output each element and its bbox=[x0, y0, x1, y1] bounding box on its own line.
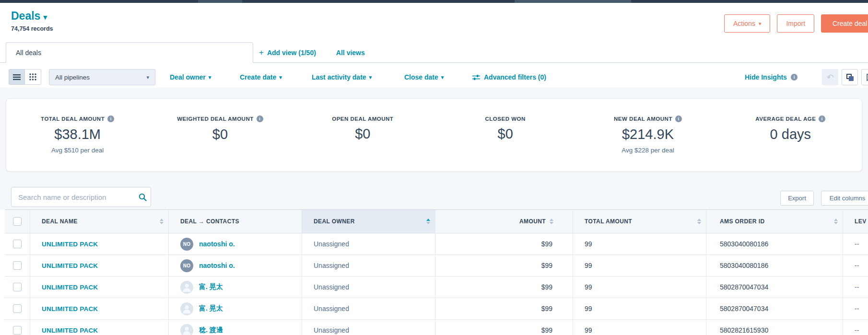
row-checkbox[interactable] bbox=[13, 326, 22, 335]
stat-label: AVERAGE DEAL AGE bbox=[755, 116, 816, 122]
deal-name-link[interactable]: UNLIMITED PACK bbox=[42, 327, 98, 334]
grid-icon bbox=[29, 73, 36, 81]
hide-insights-link[interactable]: Hide Insights i bbox=[745, 69, 798, 85]
info-icon[interactable]: i bbox=[819, 116, 825, 122]
list-view-button[interactable] bbox=[9, 69, 25, 85]
stat-total-deal-amount: TOTAL DEAL AMOUNTi $38.1M Avg $510 per d… bbox=[6, 116, 149, 154]
filter-close-date[interactable]: Close date▾ bbox=[404, 69, 444, 85]
board-view-button[interactable] bbox=[25, 69, 41, 85]
top-chrome-bar bbox=[0, 0, 868, 3]
ams-order-id-cell: 5802870047034 bbox=[720, 283, 768, 291]
stat-value: $214.9K bbox=[576, 127, 719, 142]
undo-button[interactable]: ↶ bbox=[822, 69, 838, 85]
filter-create-date-label: Create date bbox=[240, 73, 276, 81]
table-row: UNLIMITED PACK 稔. 渡邊 Unassigned $99 99 5… bbox=[5, 320, 868, 335]
insights-section: TOTAL DEAL AMOUNTi $38.1M Avg $510 per d… bbox=[0, 88, 868, 209]
advanced-filters-button[interactable]: Advanced filters (0) bbox=[472, 69, 546, 85]
deal-name-link[interactable]: UNLIMITED PACK bbox=[42, 305, 98, 312]
actions-button[interactable]: Actions ▾ bbox=[724, 14, 770, 33]
clone-view-button[interactable] bbox=[842, 69, 858, 85]
total-amount-cell: 99 bbox=[585, 305, 592, 312]
lev-cell: -- bbox=[855, 305, 859, 312]
info-icon[interactable]: i bbox=[257, 116, 263, 122]
contact-link[interactable]: 稔. 渡邊 bbox=[199, 326, 223, 335]
lev-cell: -- bbox=[855, 240, 859, 248]
add-view-label: Add view (1/50) bbox=[267, 49, 316, 57]
stat-label: CLOSED WON bbox=[485, 116, 526, 122]
lev-cell: -- bbox=[855, 283, 859, 291]
filter-last-activity-date[interactable]: Last activity date▾ bbox=[312, 69, 372, 85]
column-header-amount[interactable]: AMOUNT bbox=[435, 210, 573, 233]
export-button[interactable]: Export bbox=[780, 191, 814, 206]
row-checkbox[interactable] bbox=[13, 283, 22, 291]
stat-value: $0 bbox=[434, 126, 576, 142]
column-header-total-amount[interactable]: TOTAL AMOUNT bbox=[573, 210, 706, 233]
all-views-link[interactable]: All views bbox=[336, 49, 365, 57]
contact-link[interactable]: naotoshi o. bbox=[199, 262, 235, 269]
avatar-placeholder bbox=[180, 324, 193, 335]
advanced-filters-label: Advanced filters (0) bbox=[484, 73, 546, 81]
deal-owner-cell: Unassigned bbox=[314, 283, 349, 291]
lev-cell: -- bbox=[855, 262, 859, 269]
column-header-lev[interactable]: LEV bbox=[843, 210, 868, 233]
column-header-deal-owner[interactable]: DEAL OWNER bbox=[302, 210, 435, 233]
stat-subtext bbox=[292, 146, 434, 154]
hide-insights-label: Hide Insights bbox=[745, 73, 787, 81]
info-icon[interactable]: i bbox=[675, 116, 682, 122]
contact-link[interactable]: 富. 晃太 bbox=[199, 283, 223, 291]
page-title[interactable]: Deals▾ bbox=[11, 10, 47, 23]
column-header-deal-contacts[interactable]: DEAL → CONTACTS bbox=[169, 210, 302, 233]
stat-label: TOTAL DEAL AMOUNT bbox=[41, 116, 105, 122]
contact-link[interactable]: naotoshi o. bbox=[199, 240, 235, 248]
chevron-down-icon: ▾ bbox=[279, 74, 282, 81]
total-amount-cell: 99 bbox=[585, 283, 592, 291]
sort-arrows-icon bbox=[697, 219, 701, 224]
row-checkbox[interactable] bbox=[13, 240, 22, 248]
view-tab-strip: All deals + Add view (1/50) All views bbox=[0, 42, 868, 63]
import-button[interactable]: Import bbox=[777, 14, 814, 33]
filter-last-activity-date-label: Last activity date bbox=[312, 73, 366, 81]
list-icon bbox=[13, 74, 21, 81]
column-header-ams-order-id[interactable]: AMS ORDER ID bbox=[706, 210, 843, 233]
filter-deal-owner[interactable]: Deal owner▾ bbox=[170, 69, 211, 85]
stat-new-deal-amount: NEW DEAL AMOUNTi $214.9K Avg $228 per de… bbox=[576, 116, 719, 154]
import-button-label: Import bbox=[786, 20, 805, 27]
bookmark-icon bbox=[867, 74, 868, 81]
search-icon[interactable] bbox=[134, 193, 151, 201]
amount-cell: $99 bbox=[541, 283, 552, 291]
info-icon[interactable]: i bbox=[791, 74, 798, 81]
row-checkbox[interactable] bbox=[13, 261, 22, 270]
create-deal-button[interactable]: Create deal bbox=[821, 14, 868, 33]
deal-owner-cell: Unassigned bbox=[314, 305, 349, 312]
save-view-button[interactable] bbox=[861, 69, 868, 85]
chevron-down-icon: ▾ bbox=[759, 21, 762, 27]
info-icon[interactable]: i bbox=[107, 116, 114, 122]
tab-all-deals[interactable]: All deals bbox=[6, 42, 253, 63]
column-label: DEAL → CONTACTS bbox=[180, 218, 239, 225]
stat-value: $0 bbox=[292, 126, 434, 142]
deal-name-link[interactable]: UNLIMITED PACK bbox=[42, 241, 98, 248]
edit-columns-button-label: Edit columns bbox=[830, 195, 865, 202]
search-input[interactable] bbox=[12, 193, 134, 201]
stat-value: $38.1M bbox=[6, 127, 149, 142]
contact-link[interactable]: 富. 晃太 bbox=[199, 304, 223, 313]
stat-label: OPEN DEAL AMOUNT bbox=[332, 116, 393, 122]
avatar-placeholder bbox=[180, 302, 193, 315]
edit-columns-button[interactable]: Edit columns bbox=[821, 191, 868, 206]
row-checkbox[interactable] bbox=[13, 304, 22, 313]
pipeline-select[interactable]: All pipelines ▾ bbox=[49, 69, 155, 85]
column-header-deal-name[interactable]: DEAL NAME bbox=[30, 210, 169, 233]
select-all-checkbox[interactable] bbox=[13, 217, 22, 226]
deal-name-link[interactable]: UNLIMITED PACK bbox=[42, 262, 98, 269]
filter-create-date[interactable]: Create date▾ bbox=[240, 69, 282, 85]
amount-cell: $99 bbox=[541, 326, 552, 334]
view-mode-toggle bbox=[9, 69, 41, 85]
ams-order-id-cell: 5802821615930 bbox=[720, 326, 768, 334]
table-row: UNLIMITED PACK NO naotoshi o. Unassigned… bbox=[5, 255, 868, 277]
ams-order-id-cell: 5803040080186 bbox=[720, 262, 768, 269]
amount-cell: $99 bbox=[541, 262, 552, 269]
stat-weighted-deal-amount: WEIGHTED DEAL AMOUNTi $0 bbox=[149, 116, 291, 154]
deal-name-link[interactable]: UNLIMITED PACK bbox=[42, 284, 98, 291]
deals-table: DEAL NAME DEAL → CONTACTS DEAL OWNER AMO… bbox=[5, 209, 868, 335]
add-view-link[interactable]: + Add view (1/50) bbox=[259, 48, 316, 58]
